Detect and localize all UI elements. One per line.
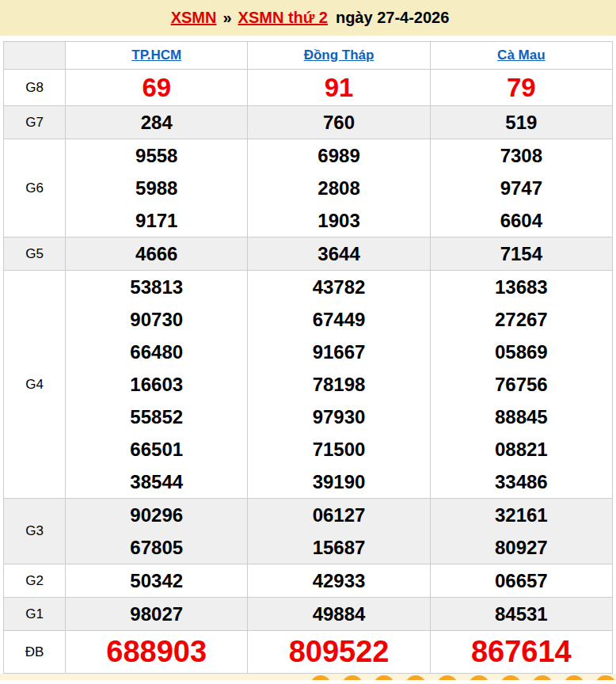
table-row: G5466636447154 [4,238,613,271]
draw-date: ngày 27-4-2026 [336,9,449,27]
prize-number: 7308 [431,139,612,172]
prize-label: G1 [4,598,66,631]
prize-number: 91 [248,70,429,105]
prize-label: G2 [4,564,66,598]
prize-numbers-cell: 760 [248,106,430,139]
prize-number: 50342 [66,564,247,597]
prize-number: 760 [248,106,429,139]
breadcrumb-link-xsmn-thu2[interactable]: XSMN thứ 2 [238,9,328,27]
province-header: Cà Mau [430,42,612,70]
prize-numbers-cell: 98027 [66,598,248,631]
prize-number: 66501 [66,433,247,466]
prize-number: 1903 [248,204,429,237]
prize-number: 91667 [248,336,429,368]
prize-label: G3 [4,499,66,564]
prize-number: 08821 [431,433,612,466]
prize-numbers-cell: 730897476604 [430,139,612,238]
prize-numbers-cell: 84531 [430,598,612,631]
province-link[interactable]: Đồng Tháp [304,48,375,63]
table-row: ĐB688903809522867614 [4,631,613,674]
lottery-ball-icon [342,675,363,680]
prize-number: 98027 [66,598,247,630]
lottery-ball-icon [437,675,458,680]
prize-number: 06657 [431,564,612,597]
breadcrumb-link-xsmn[interactable]: XSMN [171,9,217,27]
prize-numbers-cell: 519 [430,106,612,139]
prize-number: 284 [66,106,247,139]
province-header: TP.HCM [66,42,248,70]
lottery-ball-icon [374,675,394,680]
prize-number: 78198 [248,368,429,401]
prize-number: 05869 [431,336,612,368]
lottery-ball-icon [564,675,584,680]
prize-number: 43782 [248,271,429,303]
prize-numbers-cell: 284 [66,106,248,139]
prize-number: 9558 [66,139,247,172]
prize-numbers-cell: 9029667805 [66,499,248,564]
prize-number: 16603 [66,368,247,401]
prize-number: 90730 [66,303,247,336]
prize-number: 5988 [66,172,247,204]
lottery-ball-icon [469,675,489,680]
prize-number: 06127 [248,499,429,531]
prize-numbers-cell: 13683272670586976756888450882133486 [430,271,612,499]
prize-number: 66480 [66,336,247,368]
prize-number: 88845 [431,401,612,433]
prize-numbers-cell: 06657 [430,564,612,598]
prize-numbers-cell: 50342 [66,564,248,598]
results-table: TP.HCMĐồng ThápCà Mau G8699179G728476051… [3,41,613,674]
prize-number: 53813 [66,271,247,303]
prize-number: 71500 [248,433,429,466]
prize-label: G4 [4,271,66,499]
prize-label: G6 [4,139,66,238]
lottery-ball-icon [405,675,426,680]
prize-number: 9747 [431,172,612,204]
prize-number: 688903 [66,631,247,673]
province-header: Đồng Tháp [248,42,430,70]
province-link[interactable]: Cà Mau [497,48,545,63]
prize-number: 67449 [248,303,429,336]
table-row: G8699179 [4,70,613,106]
prize-number: 7154 [431,238,612,270]
table-row: G3902966780506127156873216180927 [4,499,613,564]
prize-numbers-cell: 955859889171 [66,139,248,238]
prize-number: 2808 [248,172,429,204]
prize-numbers-cell: 3216180927 [430,499,612,564]
prize-number: 80927 [431,531,612,564]
prize-number: 84531 [431,598,612,630]
prize-number: 69 [66,70,247,105]
prize-number: 79 [431,70,612,105]
prize-label: ĐB [4,631,66,674]
table-row: G453813907306648016603558526650138544437… [4,271,613,499]
prize-number: 49884 [248,598,429,630]
prize-number: 6604 [431,204,612,237]
prize-numbers-cell: 4666 [66,238,248,271]
prize-numbers-cell: 867614 [430,631,612,674]
prize-numbers-cell: 43782674499166778198979307150039190 [248,271,430,499]
prize-number: 4666 [66,238,247,270]
prize-numbers-cell: 42933 [248,564,430,598]
breadcrumb-separator: » [222,9,231,27]
prize-number: 809522 [248,631,429,673]
prize-label: G8 [4,70,66,106]
prize-number: 97930 [248,401,429,433]
prize-numbers-cell: 79 [430,70,612,106]
results-table-container: TP.HCMĐồng ThápCà Mau G8699179G728476051… [0,36,616,674]
prize-number: 27267 [431,303,612,336]
prize-number: 6989 [248,139,429,172]
prize-numbers-cell: 7154 [430,238,612,271]
prize-number: 55852 [66,401,247,433]
prize-number: 67805 [66,531,247,564]
lottery-ball-icon [532,675,553,680]
prize-label: G7 [4,106,66,139]
prize-numbers-cell: 698928081903 [248,139,430,238]
table-row: G6955859889171698928081903730897476604 [4,139,613,238]
prize-numbers-cell: 3644 [248,238,430,271]
prize-number: 9171 [66,204,247,237]
prize-number: 76756 [431,368,612,401]
province-link[interactable]: TP.HCM [131,48,181,63]
results-table-body: G8699179G7284760519G69558598891716989280… [4,70,613,674]
table-row: G7284760519 [4,106,613,139]
page-title: XSMN » XSMN thứ 2 ngày 27-4-2026 [0,0,616,36]
cutoff-bottom-strip [0,674,616,680]
